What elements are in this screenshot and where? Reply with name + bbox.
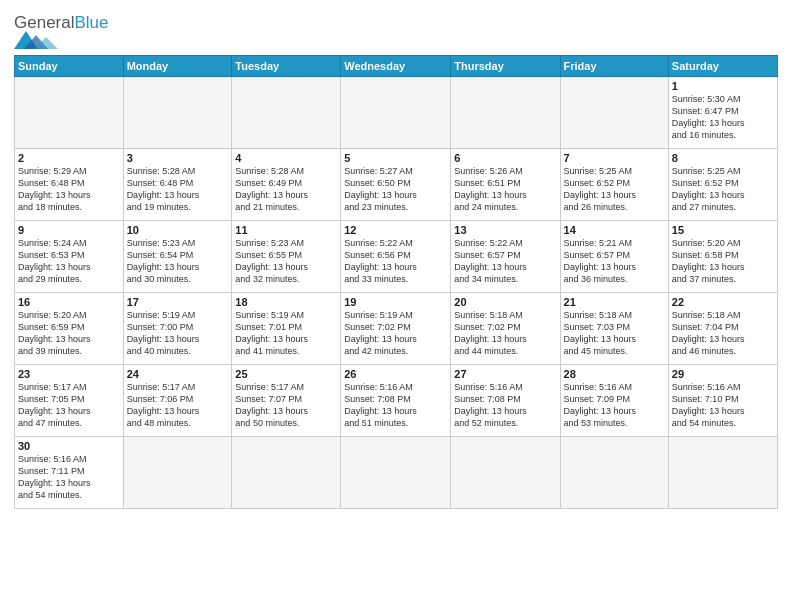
day-number: 12: [344, 224, 447, 236]
day-number: 19: [344, 296, 447, 308]
calendar-day-cell: 23Sunrise: 5:17 AM Sunset: 7:05 PM Dayli…: [15, 365, 124, 437]
day-number: 20: [454, 296, 556, 308]
calendar-day-cell: [341, 77, 451, 149]
calendar-table: SundayMondayTuesdayWednesdayThursdayFrid…: [14, 55, 778, 509]
day-number: 27: [454, 368, 556, 380]
calendar-day-cell: 26Sunrise: 5:16 AM Sunset: 7:08 PM Dayli…: [341, 365, 451, 437]
page-container: GeneralBlue SundayMondayTuesdayWednesday…: [0, 0, 792, 519]
day-info: Sunrise: 5:28 AM Sunset: 6:48 PM Dayligh…: [127, 165, 229, 214]
calendar-day-cell: [232, 77, 341, 149]
calendar-day-cell: 19Sunrise: 5:19 AM Sunset: 7:02 PM Dayli…: [341, 293, 451, 365]
day-info: Sunrise: 5:20 AM Sunset: 6:59 PM Dayligh…: [18, 309, 120, 358]
day-info: Sunrise: 5:16 AM Sunset: 7:08 PM Dayligh…: [344, 381, 447, 430]
day-number: 3: [127, 152, 229, 164]
calendar-day-cell: 16Sunrise: 5:20 AM Sunset: 6:59 PM Dayli…: [15, 293, 124, 365]
day-info: Sunrise: 5:26 AM Sunset: 6:51 PM Dayligh…: [454, 165, 556, 214]
calendar-day-cell: 11Sunrise: 5:23 AM Sunset: 6:55 PM Dayli…: [232, 221, 341, 293]
day-info: Sunrise: 5:18 AM Sunset: 7:04 PM Dayligh…: [672, 309, 774, 358]
day-number: 22: [672, 296, 774, 308]
logo-blue: Blue: [74, 13, 108, 32]
day-info: Sunrise: 5:16 AM Sunset: 7:11 PM Dayligh…: [18, 453, 120, 502]
calendar-day-cell: 6Sunrise: 5:26 AM Sunset: 6:51 PM Daylig…: [451, 149, 560, 221]
calendar-day-cell: 13Sunrise: 5:22 AM Sunset: 6:57 PM Dayli…: [451, 221, 560, 293]
day-number: 8: [672, 152, 774, 164]
weekday-header-sunday: Sunday: [15, 56, 124, 77]
weekday-header-saturday: Saturday: [668, 56, 777, 77]
day-number: 29: [672, 368, 774, 380]
weekday-header-wednesday: Wednesday: [341, 56, 451, 77]
calendar-week-row: 2Sunrise: 5:29 AM Sunset: 6:48 PM Daylig…: [15, 149, 778, 221]
calendar-day-cell: 18Sunrise: 5:19 AM Sunset: 7:01 PM Dayli…: [232, 293, 341, 365]
day-number: 5: [344, 152, 447, 164]
weekday-header-thursday: Thursday: [451, 56, 560, 77]
day-number: 10: [127, 224, 229, 236]
day-info: Sunrise: 5:17 AM Sunset: 7:06 PM Dayligh…: [127, 381, 229, 430]
calendar-day-cell: [341, 437, 451, 509]
day-info: Sunrise: 5:22 AM Sunset: 6:56 PM Dayligh…: [344, 237, 447, 286]
calendar-day-cell: 25Sunrise: 5:17 AM Sunset: 7:07 PM Dayli…: [232, 365, 341, 437]
day-number: 28: [564, 368, 665, 380]
day-number: 21: [564, 296, 665, 308]
calendar-day-cell: 27Sunrise: 5:16 AM Sunset: 7:08 PM Dayli…: [451, 365, 560, 437]
calendar-day-cell: [451, 77, 560, 149]
day-number: 4: [235, 152, 337, 164]
calendar-day-cell: 1Sunrise: 5:30 AM Sunset: 6:47 PM Daylig…: [668, 77, 777, 149]
day-number: 11: [235, 224, 337, 236]
day-info: Sunrise: 5:22 AM Sunset: 6:57 PM Dayligh…: [454, 237, 556, 286]
logo-general: General: [14, 13, 74, 32]
day-info: Sunrise: 5:24 AM Sunset: 6:53 PM Dayligh…: [18, 237, 120, 286]
day-number: 7: [564, 152, 665, 164]
header: GeneralBlue: [14, 10, 778, 49]
calendar-day-cell: 2Sunrise: 5:29 AM Sunset: 6:48 PM Daylig…: [15, 149, 124, 221]
day-info: Sunrise: 5:25 AM Sunset: 6:52 PM Dayligh…: [672, 165, 774, 214]
calendar-day-cell: [668, 437, 777, 509]
day-info: Sunrise: 5:17 AM Sunset: 7:05 PM Dayligh…: [18, 381, 120, 430]
weekday-header-row: SundayMondayTuesdayWednesdayThursdayFrid…: [15, 56, 778, 77]
day-info: Sunrise: 5:19 AM Sunset: 7:00 PM Dayligh…: [127, 309, 229, 358]
day-number: 25: [235, 368, 337, 380]
day-number: 17: [127, 296, 229, 308]
calendar-day-cell: 10Sunrise: 5:23 AM Sunset: 6:54 PM Dayli…: [123, 221, 232, 293]
calendar-day-cell: [15, 77, 124, 149]
calendar-day-cell: 20Sunrise: 5:18 AM Sunset: 7:02 PM Dayli…: [451, 293, 560, 365]
day-info: Sunrise: 5:16 AM Sunset: 7:09 PM Dayligh…: [564, 381, 665, 430]
logo-icon: [14, 31, 58, 49]
day-info: Sunrise: 5:29 AM Sunset: 6:48 PM Dayligh…: [18, 165, 120, 214]
day-number: 16: [18, 296, 120, 308]
calendar-day-cell: 14Sunrise: 5:21 AM Sunset: 6:57 PM Dayli…: [560, 221, 668, 293]
calendar-day-cell: 17Sunrise: 5:19 AM Sunset: 7:00 PM Dayli…: [123, 293, 232, 365]
calendar-day-cell: 30Sunrise: 5:16 AM Sunset: 7:11 PM Dayli…: [15, 437, 124, 509]
day-number: 13: [454, 224, 556, 236]
calendar-day-cell: 7Sunrise: 5:25 AM Sunset: 6:52 PM Daylig…: [560, 149, 668, 221]
calendar-day-cell: 28Sunrise: 5:16 AM Sunset: 7:09 PM Dayli…: [560, 365, 668, 437]
calendar-week-row: 16Sunrise: 5:20 AM Sunset: 6:59 PM Dayli…: [15, 293, 778, 365]
calendar-day-cell: 29Sunrise: 5:16 AM Sunset: 7:10 PM Dayli…: [668, 365, 777, 437]
day-number: 18: [235, 296, 337, 308]
day-number: 15: [672, 224, 774, 236]
day-info: Sunrise: 5:23 AM Sunset: 6:55 PM Dayligh…: [235, 237, 337, 286]
calendar-day-cell: 4Sunrise: 5:28 AM Sunset: 6:49 PM Daylig…: [232, 149, 341, 221]
weekday-header-monday: Monday: [123, 56, 232, 77]
calendar-day-cell: 22Sunrise: 5:18 AM Sunset: 7:04 PM Dayli…: [668, 293, 777, 365]
weekday-header-tuesday: Tuesday: [232, 56, 341, 77]
day-info: Sunrise: 5:19 AM Sunset: 7:02 PM Dayligh…: [344, 309, 447, 358]
day-info: Sunrise: 5:25 AM Sunset: 6:52 PM Dayligh…: [564, 165, 665, 214]
calendar-day-cell: 9Sunrise: 5:24 AM Sunset: 6:53 PM Daylig…: [15, 221, 124, 293]
day-info: Sunrise: 5:21 AM Sunset: 6:57 PM Dayligh…: [564, 237, 665, 286]
day-info: Sunrise: 5:19 AM Sunset: 7:01 PM Dayligh…: [235, 309, 337, 358]
day-number: 1: [672, 80, 774, 92]
day-number: 26: [344, 368, 447, 380]
calendar-day-cell: [560, 77, 668, 149]
day-info: Sunrise: 5:28 AM Sunset: 6:49 PM Dayligh…: [235, 165, 337, 214]
calendar-week-row: 23Sunrise: 5:17 AM Sunset: 7:05 PM Dayli…: [15, 365, 778, 437]
day-info: Sunrise: 5:17 AM Sunset: 7:07 PM Dayligh…: [235, 381, 337, 430]
day-number: 9: [18, 224, 120, 236]
day-info: Sunrise: 5:16 AM Sunset: 7:08 PM Dayligh…: [454, 381, 556, 430]
calendar-day-cell: 15Sunrise: 5:20 AM Sunset: 6:58 PM Dayli…: [668, 221, 777, 293]
calendar-day-cell: 3Sunrise: 5:28 AM Sunset: 6:48 PM Daylig…: [123, 149, 232, 221]
calendar-week-row: 9Sunrise: 5:24 AM Sunset: 6:53 PM Daylig…: [15, 221, 778, 293]
calendar-day-cell: [560, 437, 668, 509]
calendar-day-cell: 5Sunrise: 5:27 AM Sunset: 6:50 PM Daylig…: [341, 149, 451, 221]
day-info: Sunrise: 5:18 AM Sunset: 7:03 PM Dayligh…: [564, 309, 665, 358]
calendar-day-cell: [123, 77, 232, 149]
